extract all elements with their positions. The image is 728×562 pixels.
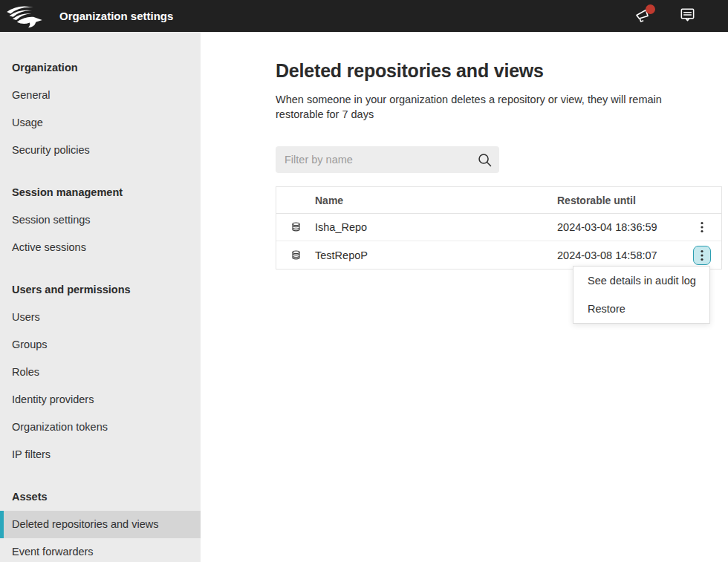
table-row: TestRepoP 2024-03-08 14:58:07 bbox=[276, 241, 721, 269]
notification-badge-dot bbox=[646, 4, 655, 14]
page-description: When someone in your organization delete… bbox=[276, 92, 680, 122]
database-icon bbox=[276, 221, 315, 233]
menu-item-restore[interactable]: Restore bbox=[573, 295, 709, 323]
column-header-name: Name bbox=[315, 195, 557, 206]
notifications-button[interactable] bbox=[633, 7, 652, 26]
topbar: Organization settings bbox=[0, 0, 728, 32]
row-actions-kebab-button-active[interactable] bbox=[693, 246, 711, 265]
deleted-repos-table: Name Restorable until Isha_Repo 2024-03-… bbox=[276, 186, 722, 269]
kebab-menu-icon bbox=[701, 221, 703, 233]
main-content: Deleted repositories and views When some… bbox=[201, 32, 728, 562]
feedback-button[interactable] bbox=[677, 7, 697, 26]
crowdstrike-falcon-logo[interactable] bbox=[0, 4, 49, 29]
table-header-row: Name Restorable until bbox=[276, 187, 721, 214]
sidebar-item-active-sessions[interactable]: Active sessions bbox=[0, 234, 201, 261]
row-actions-context-menu: See details in audit log Restore bbox=[573, 266, 710, 324]
sidebar-item-roles[interactable]: Roles bbox=[0, 359, 201, 386]
page-context-title: Organization settings bbox=[59, 10, 173, 22]
page-title: Deleted repositories and views bbox=[276, 60, 728, 82]
search-icon bbox=[477, 152, 493, 171]
sidebar-group-header: Assets bbox=[0, 489, 201, 504]
sidebar-group-session-management: Session management Session settings Acti… bbox=[0, 185, 201, 261]
repo-name[interactable]: Isha_Repo bbox=[315, 221, 557, 233]
sidebar-item-identity-providers[interactable]: Identity providers bbox=[0, 386, 201, 414]
filter-by-name-input[interactable] bbox=[276, 154, 499, 166]
row-actions-kebab-button[interactable] bbox=[693, 218, 711, 237]
sidebar-item-security-policies[interactable]: Security policies bbox=[0, 137, 201, 164]
sidebar-group-users-permissions: Users and permissions Users Groups Roles… bbox=[0, 282, 201, 468]
kebab-menu-icon bbox=[701, 249, 703, 261]
sidebar-group-organization: Organization General Usage Security poli… bbox=[0, 60, 201, 164]
sidebar-group-assets: Assets Deleted repositories and views Ev… bbox=[0, 489, 201, 562]
sidebar-item-session-settings[interactable]: Session settings bbox=[0, 206, 201, 234]
sidebar-item-users[interactable]: Users bbox=[0, 304, 201, 331]
sidebar-item-event-forwarders[interactable]: Event forwarders bbox=[0, 538, 201, 562]
restorable-until-value: 2024-03-04 18:36:59 bbox=[557, 221, 681, 233]
chat-bubble-icon bbox=[679, 6, 696, 26]
database-icon bbox=[276, 249, 315, 261]
sidebar-item-usage[interactable]: Usage bbox=[0, 109, 201, 137]
sidebar-group-header: Session management bbox=[0, 185, 201, 200]
column-header-restorable-until: Restorable until bbox=[557, 195, 681, 206]
sidebar-group-header: Users and permissions bbox=[0, 282, 201, 297]
sidebar-item-ip-filters[interactable]: IP filters bbox=[0, 441, 201, 468]
restorable-until-value: 2024-03-08 14:58:07 bbox=[557, 249, 681, 261]
topbar-actions bbox=[633, 7, 697, 26]
sidebar-item-general[interactable]: General bbox=[0, 82, 201, 109]
sidebar-item-deleted-repositories[interactable]: Deleted repositories and views bbox=[0, 511, 201, 538]
menu-item-see-details-in-audit-log[interactable]: See details in audit log bbox=[573, 267, 709, 295]
sidebar-item-organization-tokens[interactable]: Organization tokens bbox=[0, 414, 201, 441]
sidebar-group-header: Organization bbox=[0, 60, 201, 75]
sidebar-item-groups[interactable]: Groups bbox=[0, 331, 201, 359]
repo-name[interactable]: TestRepoP bbox=[315, 249, 557, 261]
deleted-repos-table-wrap: Name Restorable until Isha_Repo 2024-03-… bbox=[276, 186, 722, 269]
settings-sidebar: Organization General Usage Security poli… bbox=[0, 32, 201, 562]
table-row: Isha_Repo 2024-03-04 18:36:59 bbox=[276, 214, 721, 241]
filter-box bbox=[276, 146, 499, 173]
